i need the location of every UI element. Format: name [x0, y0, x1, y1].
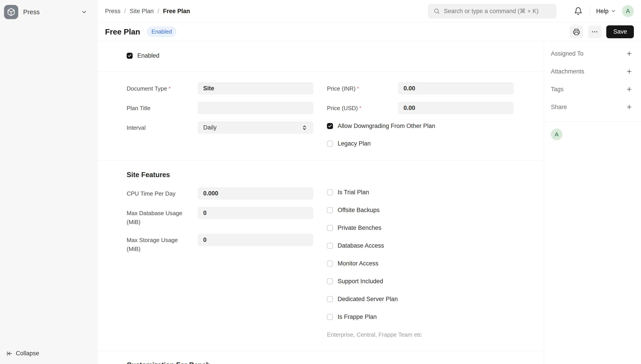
- checkbox-database-access[interactable]: [327, 243, 333, 249]
- checkbox-field-legacy-plan[interactable]: Legacy Plan: [327, 140, 514, 147]
- collapse-label: Collapse: [16, 350, 39, 357]
- status-badge: Enabled: [147, 26, 177, 37]
- checkbox-field-is-frappe-plan[interactable]: Is Frappe Plan: [327, 314, 514, 320]
- add-attachment-button[interactable]: [626, 68, 633, 75]
- checkbox-label: Is Trial Plan: [338, 189, 369, 196]
- field-label: Price (INR)*: [327, 82, 392, 93]
- section-top: Enabled: [98, 41, 544, 72]
- field-label-text: Plan Title: [127, 105, 150, 112]
- required-asterisk: *: [168, 85, 171, 92]
- field-value: 0: [203, 236, 206, 244]
- field-value: Daily: [203, 124, 216, 131]
- add-share-button[interactable]: [626, 103, 633, 111]
- details-left-column: Document Type* Site Plan Title: [127, 82, 314, 141]
- interval-select[interactable]: Daily: [198, 122, 314, 134]
- breadcrumb: Press / Site Plan / Free Plan: [105, 8, 190, 15]
- sidebar-collapse-button[interactable]: Collapse: [6, 350, 39, 357]
- chevron-down-icon: [611, 8, 616, 14]
- checkbox-field-is-trial-plan[interactable]: Is Trial Plan: [327, 189, 514, 196]
- checkbox-field-offsite-backups[interactable]: Offsite Backups: [327, 207, 514, 214]
- search-placeholder: Search or type a command (⌘ + K): [444, 8, 538, 15]
- panel-item-label: Assigned To: [551, 50, 584, 57]
- plus-icon: [626, 104, 632, 110]
- sidebar: Press Collapse: [0, 0, 98, 364]
- checkbox-allow-downgrading[interactable]: [327, 123, 333, 129]
- plan-title-input[interactable]: [198, 102, 314, 114]
- global-search-input[interactable]: Search or type a command (⌘ + K): [428, 4, 556, 18]
- checkbox-support-included[interactable]: [327, 278, 333, 284]
- topbar-divider: [590, 6, 590, 16]
- checkbox-legacy-plan[interactable]: [327, 140, 333, 146]
- checkbox-field-support-included[interactable]: Support Included: [327, 278, 514, 285]
- panel-divider: [544, 121, 641, 122]
- field-label-text: Max Database Usage (MiB): [127, 210, 182, 226]
- checkbox-label: Private Benches: [338, 224, 382, 232]
- checkbox-offsite-backups[interactable]: [327, 207, 333, 213]
- checkbox-monitor-access[interactable]: [327, 260, 333, 266]
- field-label-text: CPU Time Per Day: [127, 190, 176, 197]
- site-features-checkbox-list: Is Trial Plan Offsite Backups Private Be…: [327, 187, 514, 338]
- price-usd-input[interactable]: 0.00: [398, 102, 514, 114]
- field-label: Price (USD)*: [327, 102, 392, 112]
- field-label: Max Storage Usage (MiB): [127, 234, 191, 254]
- more-options-button[interactable]: [588, 25, 602, 38]
- user-avatar[interactable]: A: [622, 5, 634, 17]
- checkbox-field-enabled[interactable]: Enabled: [127, 52, 544, 59]
- site-features-left-column: CPU Time Per Day 0.000 Max Database Usag…: [127, 187, 314, 261]
- save-button[interactable]: Save: [606, 25, 634, 38]
- checkbox-field-private-benches[interactable]: Private Benches: [327, 224, 514, 232]
- document-content: Enabled Document Type* Site: [98, 41, 641, 364]
- checkbox-label: Legacy Plan: [338, 140, 371, 147]
- panel-item-attachments: Attachments: [551, 62, 633, 80]
- max-database-usage-input[interactable]: 0: [198, 207, 314, 219]
- checkbox-label: Is Frappe Plan: [338, 314, 377, 320]
- checkbox-field-monitor-access[interactable]: Monitor Access: [327, 260, 514, 267]
- plus-icon: [626, 86, 632, 92]
- document-form: Enabled Document Type* Site: [98, 41, 544, 364]
- site-features-grid: CPU Time Per Day 0.000 Max Database Usag…: [127, 187, 544, 338]
- workspace-switcher[interactable]: Press: [0, 0, 98, 19]
- check-icon: [328, 124, 332, 128]
- print-button[interactable]: [570, 25, 583, 38]
- checkbox-field-dedicated-server-plan[interactable]: Dedicated Server Plan: [327, 296, 514, 302]
- checkbox-is-frappe-plan[interactable]: [327, 314, 333, 320]
- panel-item-share: Share: [551, 98, 633, 116]
- cpu-time-input[interactable]: 0.000: [198, 187, 314, 200]
- checkbox-field-database-access[interactable]: Database Access: [327, 242, 514, 249]
- field-label: Interval: [127, 122, 191, 132]
- checkbox-field-allow-downgrading[interactable]: Allow Downgrading From Other Plan: [327, 122, 514, 130]
- breadcrumb-item-site-plan[interactable]: Site Plan: [130, 8, 154, 15]
- add-tag-button[interactable]: [626, 86, 633, 93]
- topbar-actions: Help A: [573, 5, 634, 17]
- check-icon: [128, 54, 132, 58]
- main-area: Press / Site Plan / Free Plan Search or …: [98, 0, 641, 364]
- printer-icon: [573, 28, 580, 36]
- breadcrumb-item-press[interactable]: Press: [105, 8, 120, 15]
- notifications-button[interactable]: [573, 6, 583, 16]
- max-storage-usage-input[interactable]: 0: [198, 234, 314, 246]
- breadcrumb-item-current: Free Plan: [163, 8, 190, 15]
- checkbox-dedicated-server-plan[interactable]: [327, 296, 333, 302]
- field-label: Plan Title: [127, 102, 191, 112]
- checkbox-label: Support Included: [338, 278, 383, 285]
- plus-icon: [626, 50, 632, 57]
- field-price-usd: Price (USD)* 0.00: [327, 102, 514, 114]
- is-frappe-plan-description: Enterprise, Central, Frappe Team etc: [327, 331, 514, 338]
- collapse-sidebar-icon: [6, 350, 12, 357]
- viewer-avatar[interactable]: A: [551, 128, 562, 140]
- price-inr-input[interactable]: 0.00: [398, 82, 514, 94]
- checkbox-private-benches[interactable]: [327, 225, 333, 231]
- checkbox-enabled[interactable]: [127, 53, 133, 59]
- field-max-database-usage: Max Database Usage (MiB) 0: [127, 207, 314, 226]
- checkbox-label: Offsite Backups: [338, 207, 380, 214]
- field-cpu-time: CPU Time Per Day 0.000: [127, 187, 314, 200]
- field-value: 0: [203, 210, 206, 216]
- document-type-input[interactable]: Site: [198, 82, 314, 94]
- help-menu-button[interactable]: Help: [596, 8, 616, 15]
- checkbox-label: Dedicated Server Plan: [338, 296, 398, 302]
- add-assignment-button[interactable]: [626, 50, 633, 58]
- panel-item-tags: Tags: [551, 80, 633, 98]
- checkbox-is-trial-plan[interactable]: [327, 189, 333, 195]
- panel-item-assigned-to: Assigned To: [551, 45, 633, 62]
- details-right-column: Price (INR)* 0.00 Price (USD)* 0.00: [327, 82, 514, 147]
